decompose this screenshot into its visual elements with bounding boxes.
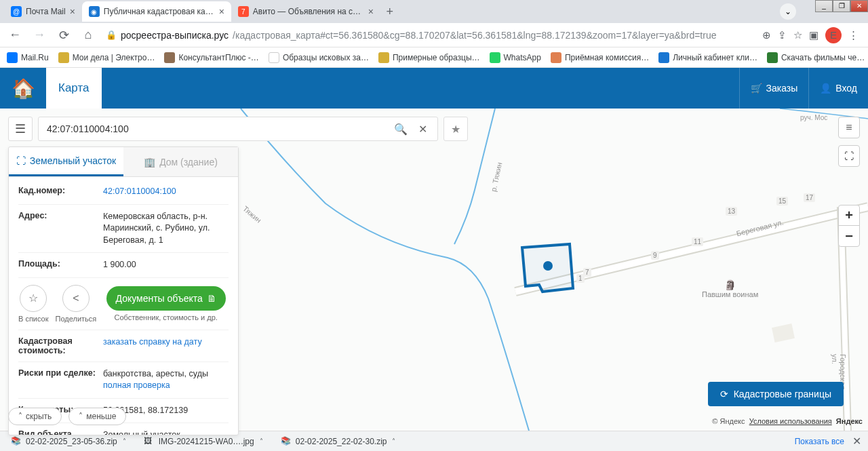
globe-favicon: ◉	[89, 6, 100, 17]
info-panel: ⛶Земельный участок 🏢Дом (здание) Кад.ном…	[8, 146, 239, 435]
chevron-up-icon[interactable]: ˄	[260, 437, 263, 445]
tab-close-icon[interactable]: ×	[368, 6, 374, 17]
bookmark-star-icon[interactable]: ☆	[793, 29, 802, 41]
nav-forward: →	[30, 26, 49, 45]
search-input[interactable]	[47, 123, 390, 134]
lock-icon: 🔒	[106, 30, 117, 40]
address-bar[interactable]: 🔒 росреестра-выписка.рус/кадастровая_кар…	[103, 26, 757, 45]
chevron-up-icon[interactable]: ˄	[392, 437, 395, 445]
search-icon[interactable]: 🔍	[390, 118, 412, 140]
bookmark-moidela[interactable]: Мои дела | Электро…	[58, 52, 155, 63]
karta-tab[interactable]: Карта	[46, 68, 102, 109]
map-attribution: © Яндекс Условия использования Яндекс	[712, 417, 863, 425]
land-icon: ⛶	[16, 155, 26, 166]
risks-label: Риски при сделке:	[18, 368, 103, 378]
share-action[interactable]: <Поделиться	[56, 285, 97, 323]
tab-avito[interactable]: 7 Авито — Объявления на сайте Ав ×	[231, 1, 380, 22]
home-icon[interactable]: 🏠	[0, 68, 46, 109]
nav-reload[interactable]: ⟳	[54, 26, 73, 45]
tab-close-icon[interactable]: ×	[70, 6, 75, 17]
documents-button[interactable]: Документы объекта🗎	[106, 286, 226, 311]
install-icon[interactable]: ⊕	[762, 29, 771, 41]
downloads-show-all[interactable]: Показать все	[795, 437, 844, 446]
zoom-out-button[interactable]: −	[839, 226, 859, 246]
bookmark-films[interactable]: Скачать фильмы че…	[767, 52, 865, 63]
url-domain: росреестра-выписка.рус	[121, 30, 229, 41]
cadcost-label: Кадастровая стоимость:	[18, 336, 103, 355]
window-maximize[interactable]: ❐	[833, 0, 850, 12]
download-item[interactable]: 📚 02-02-2025_22-02-30.zip ˄	[277, 434, 400, 449]
nav-back[interactable]: ←	[5, 26, 24, 45]
cadnum-label: Кад.номер:	[18, 186, 103, 195]
cadcost-link[interactable]: заказать справку на дату	[103, 336, 229, 349]
area-label: Площадь:	[18, 259, 103, 269]
area-value: 1 900.00	[103, 259, 229, 271]
profile-avatar[interactable]: E	[825, 27, 842, 43]
zip-icon: 📚	[11, 436, 22, 447]
tab-land[interactable]: ⛶Земельный участок	[9, 147, 123, 176]
bookmark-lk[interactable]: Личный кабинет кли…	[658, 52, 757, 63]
window-minimize[interactable]: _	[815, 0, 833, 12]
zoom-control: + −	[838, 205, 860, 247]
window-close[interactable]: ✕	[850, 0, 868, 12]
address-row: ← → ⟳ ⌂ 🔒 росреестра-выписка.рус/кадастр…	[0, 23, 868, 47]
chevron-up-icon: ˄	[18, 412, 22, 421]
new-tab-button[interactable]: +	[380, 2, 399, 21]
cadastral boboundaries-button[interactable]: ⟳Кадастровые границы	[708, 382, 844, 406]
download-item[interactable]: 📚 02-02-2025_23-05-36.zip ˄	[7, 434, 130, 449]
bookmark-priemnaya[interactable]: Приёмная комиссия…	[551, 52, 649, 63]
favorite-icon[interactable]: ★	[443, 117, 468, 141]
house-number: 7	[583, 268, 591, 277]
stream-label: руч. Мос	[800, 114, 827, 121]
orders-button[interactable]: 🛒Заказы	[739, 68, 809, 109]
tab-close-icon[interactable]: ×	[219, 6, 224, 17]
terms-link[interactable]: Условия использования	[749, 417, 832, 425]
tab-building[interactable]: 🏢Дом (здание)	[123, 147, 238, 176]
avito-favicon: 7	[238, 6, 249, 17]
chevron-up-icon[interactable]: ˄	[123, 437, 126, 445]
tab-title: Авито — Объявления на сайте Ав	[253, 7, 364, 16]
tab-title: Почта Mail	[26, 7, 66, 16]
document-icon: 🗎	[207, 293, 216, 304]
risks-link[interactable]: полная проверка	[103, 380, 170, 390]
download-item[interactable]: 🖼 IMG-20241215-WA0….jpg ˄	[140, 434, 267, 449]
hide-panel-button[interactable]: ˄скрыть	[8, 408, 62, 425]
image-icon: 🖼	[144, 436, 155, 447]
documents-subtitle: Собственник, стоимость и др.	[115, 313, 218, 321]
mail-favicon: @	[11, 6, 22, 17]
add-to-list[interactable]: ☆В список	[18, 285, 49, 323]
browser-tabs: @ Почта Mail × ◉ Публичная кадастровая к…	[0, 0, 868, 23]
fullscreen-button[interactable]: ⛶	[838, 145, 860, 167]
layers-button[interactable]: ≡	[838, 117, 860, 138]
less-button[interactable]: ˄меньше	[68, 408, 126, 425]
menu-burger[interactable]: ☰	[8, 117, 33, 141]
tab-title: Публичная кадастровая карта 202	[104, 7, 215, 16]
bookmark-mailru[interactable]: Mail.Ru	[7, 52, 49, 63]
downloads-close-icon[interactable]: ✕	[852, 435, 861, 448]
nav-home[interactable]: ⌂	[79, 26, 98, 45]
login-button[interactable]: 👤Вход	[808, 68, 868, 109]
bookmark-iskovye[interactable]: Образцы исковых за…	[269, 52, 369, 63]
tabs-dropdown[interactable]: ⌄	[780, 3, 796, 20]
bookmark-primernye[interactable]: Примерные образцы…	[378, 52, 480, 63]
poi-monument: 🗿 Павшим воинам	[702, 279, 758, 298]
bookmark-whatsapp[interactable]: WhatsApp	[490, 52, 541, 63]
zoom-in-button[interactable]: +	[839, 205, 859, 226]
type-value: Земельный участок	[103, 429, 229, 435]
house-number: 15	[776, 197, 788, 205]
search-box: 🔍 ✕	[38, 117, 438, 141]
share-icon[interactable]: ⇪	[778, 29, 787, 41]
bookmark-consultant[interactable]: КонсультантПлюс -…	[164, 52, 258, 63]
menu-icon[interactable]: ⋮	[848, 29, 859, 41]
building-icon: 🏢	[144, 157, 155, 168]
clear-search-icon[interactable]: ✕	[412, 118, 433, 140]
svg-rect-1	[772, 323, 795, 342]
map-area[interactable]: Тяжин р. Тяжин Береговая ул. Городская у…	[0, 109, 868, 431]
zip-icon: 📚	[281, 436, 292, 447]
tab-mail[interactable]: @ Почта Mail ×	[4, 1, 82, 22]
tab-cadastre[interactable]: ◉ Публичная кадастровая карта 202 ×	[82, 1, 231, 22]
url-path: /кадастровая_карта#ct=56.361580&cg=88.17…	[233, 30, 716, 41]
cadnum-value[interactable]: 42:07:0110004:100	[103, 186, 229, 198]
extensions-icon[interactable]: ▣	[809, 29, 818, 41]
share-icon: <	[62, 285, 90, 312]
